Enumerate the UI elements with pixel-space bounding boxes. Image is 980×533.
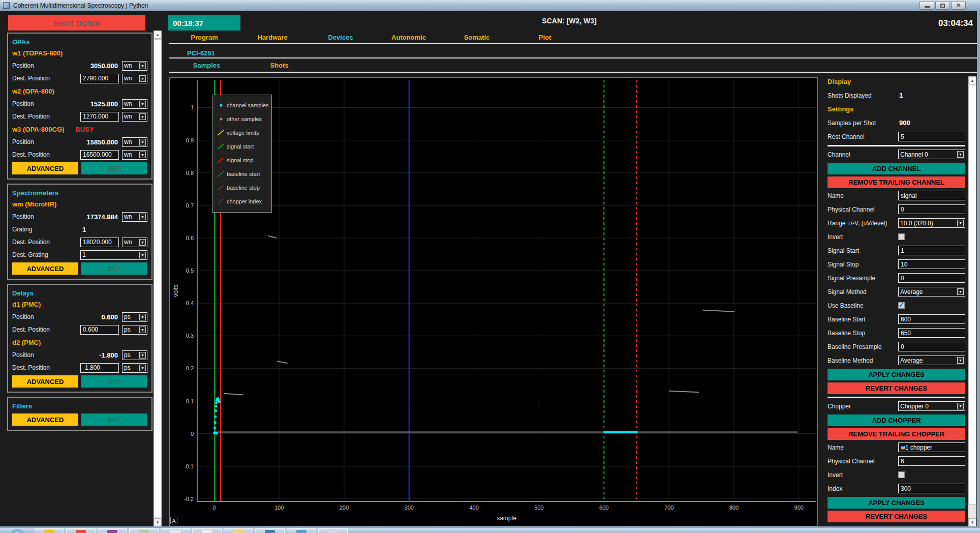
taskbar-icon[interactable] xyxy=(129,528,159,533)
destination-input[interactable] xyxy=(80,74,119,83)
taskbar-icon[interactable] xyxy=(287,528,316,533)
apply-changes-button[interactable]: APPLY CHANGES xyxy=(828,497,965,509)
add-channel-button[interactable]: ADD CHANNEL xyxy=(828,163,965,174)
dropdown-arrow-icon[interactable]: ▼ xyxy=(957,151,964,158)
scroll-up-button[interactable]: ▲ xyxy=(968,76,976,84)
taskbar-icon[interactable] xyxy=(224,528,253,533)
minimize-button[interactable] xyxy=(920,1,934,10)
signal-presample-input[interactable] xyxy=(898,273,965,283)
menu-item-hardware[interactable]: Hardware xyxy=(238,34,307,41)
units-select[interactable]: wn▼ xyxy=(122,112,147,122)
remove-trailing-chopper-button[interactable]: REMOVE TRAILING CHOPPER xyxy=(828,428,965,440)
signal-stop-input[interactable] xyxy=(898,259,965,269)
revert-changes-button[interactable]: REVERT CHANGES xyxy=(828,511,965,522)
channel-select[interactable]: Channel 0▼ xyxy=(898,150,965,159)
menu-item-autonomic[interactable]: Autonomic xyxy=(375,34,443,41)
scrollbar-thumb[interactable] xyxy=(968,85,976,505)
dropdown-arrow-icon[interactable]: ▼ xyxy=(139,63,146,69)
name-input[interactable] xyxy=(898,442,965,452)
destination-input[interactable] xyxy=(80,325,119,335)
advanced-button[interactable]: ADVANCED xyxy=(12,162,78,174)
apply-changes-button[interactable]: APPLY CHANGES xyxy=(828,369,965,380)
dropdown-arrow-icon[interactable]: ▼ xyxy=(139,152,146,158)
tab-shots[interactable]: Shots xyxy=(243,62,316,69)
invert-checkbox[interactable] xyxy=(898,471,905,478)
device-tab-label[interactable]: PCI-6251 xyxy=(187,49,215,57)
baseline-method-select[interactable]: Average▼ xyxy=(898,356,965,365)
scrollbar-thumb[interactable] xyxy=(154,39,162,517)
sample-plot[interactable]: -0.2-0.100.10.20.30.40.50.60.70.80.91010… xyxy=(169,77,818,526)
advanced-button[interactable]: ADVANCED xyxy=(12,262,78,275)
revert-changes-button[interactable]: REVERT CHANGES xyxy=(828,382,965,394)
taskbar-icon[interactable] xyxy=(98,528,127,533)
baseline-start-input[interactable] xyxy=(898,314,965,324)
dropdown-arrow-icon[interactable]: ▼ xyxy=(139,352,146,359)
baseline-presample-input[interactable] xyxy=(898,342,965,351)
units-select[interactable]: wn▼ xyxy=(122,99,147,109)
taskbar-icon[interactable] xyxy=(35,528,64,533)
chopper-select[interactable]: Chopper 0▼ xyxy=(898,401,965,411)
dropdown-arrow-icon[interactable]: ▼ xyxy=(139,252,146,258)
dropdown-arrow-icon[interactable]: ▼ xyxy=(139,327,146,333)
menu-item-devices[interactable]: Devices xyxy=(307,34,375,41)
scroll-down-button[interactable]: ▼ xyxy=(968,518,976,526)
dropdown-arrow-icon[interactable]: ▼ xyxy=(957,288,964,295)
taskbar-icon[interactable] xyxy=(318,528,348,533)
destination-input[interactable] xyxy=(80,363,119,373)
add-chopper-button[interactable]: ADD CHOPPER xyxy=(828,414,965,426)
units-select[interactable]: wn▼ xyxy=(122,238,147,247)
units-select[interactable]: wn▼ xyxy=(122,150,147,160)
os-taskbar[interactable] xyxy=(0,528,980,533)
close-button[interactable]: ✕ xyxy=(951,1,966,10)
units-select[interactable]: wn▼ xyxy=(122,61,147,71)
dropdown-arrow-icon[interactable]: ▼ xyxy=(139,365,146,371)
advanced-button[interactable]: ADVANCED xyxy=(12,375,78,388)
taskbar-icon[interactable] xyxy=(66,528,96,533)
taskbar-icon[interactable] xyxy=(192,528,222,533)
restore-button[interactable] xyxy=(935,1,950,10)
grating-select[interactable]: 1▼ xyxy=(80,250,147,260)
physical-channel-input[interactable] xyxy=(898,456,965,466)
dropdown-arrow-icon[interactable]: ▼ xyxy=(139,101,146,107)
dropdown-arrow-icon[interactable]: ▼ xyxy=(139,113,146,120)
signal-start-input[interactable] xyxy=(898,246,965,255)
scroll-up-button[interactable]: ▲ xyxy=(154,31,162,39)
remove-trailing-channel-button[interactable]: REMOVE TRAILING CHANNEL xyxy=(828,176,965,188)
index-input[interactable] xyxy=(898,484,965,493)
units-select[interactable]: ps▼ xyxy=(122,325,147,335)
destination-input[interactable] xyxy=(80,150,119,160)
units-select[interactable]: ps▼ xyxy=(122,350,147,360)
physical-channel-input[interactable] xyxy=(898,204,965,214)
title-bar[interactable]: Coherent Multidimensional Spectroscopy |… xyxy=(0,0,980,11)
dropdown-arrow-icon[interactable]: ▼ xyxy=(139,75,146,82)
start-button[interactable] xyxy=(11,529,23,533)
use-baseline-checkbox[interactable] xyxy=(898,302,905,309)
invert-checkbox[interactable] xyxy=(898,233,905,240)
autoscale-button[interactable]: A xyxy=(170,517,177,524)
baseline-stop-input[interactable] xyxy=(898,328,965,338)
taskbar-icon[interactable] xyxy=(161,528,190,533)
units-select[interactable]: wn▼ xyxy=(122,212,147,222)
tab-samples[interactable]: Samples xyxy=(170,62,243,69)
dropdown-arrow-icon[interactable]: ▼ xyxy=(139,214,146,220)
set-button[interactable]: SET xyxy=(81,162,147,174)
menu-item-program[interactable]: Program xyxy=(170,34,238,41)
taskbar-icon[interactable] xyxy=(255,528,285,533)
signal-method-select[interactable]: Average▼ xyxy=(898,287,965,297)
dropdown-arrow-icon[interactable]: ▼ xyxy=(139,139,146,145)
dropdown-arrow-icon[interactable]: ▼ xyxy=(139,239,146,246)
rest-channel-input[interactable] xyxy=(898,132,965,141)
destination-input[interactable] xyxy=(80,112,119,122)
menu-item-somatic[interactable]: Somatic xyxy=(443,34,511,41)
dropdown-arrow-icon[interactable]: ▼ xyxy=(957,357,964,364)
dropdown-arrow-icon[interactable]: ▼ xyxy=(957,403,964,409)
set-button[interactable]: SET xyxy=(81,375,147,388)
name-input[interactable] xyxy=(898,191,965,200)
dropdown-arrow-icon[interactable]: ▼ xyxy=(139,314,146,320)
units-select[interactable]: ps▼ xyxy=(122,312,147,322)
units-select[interactable]: wn▼ xyxy=(122,74,147,83)
menu-item-plot[interactable]: Plot xyxy=(511,34,579,41)
set-button[interactable]: SET xyxy=(81,262,147,275)
range-v-uv-level--select[interactable]: 10.0 (320.0)▼ xyxy=(898,218,965,228)
shutdown-button[interactable]: SHUT DOWN xyxy=(8,15,145,31)
